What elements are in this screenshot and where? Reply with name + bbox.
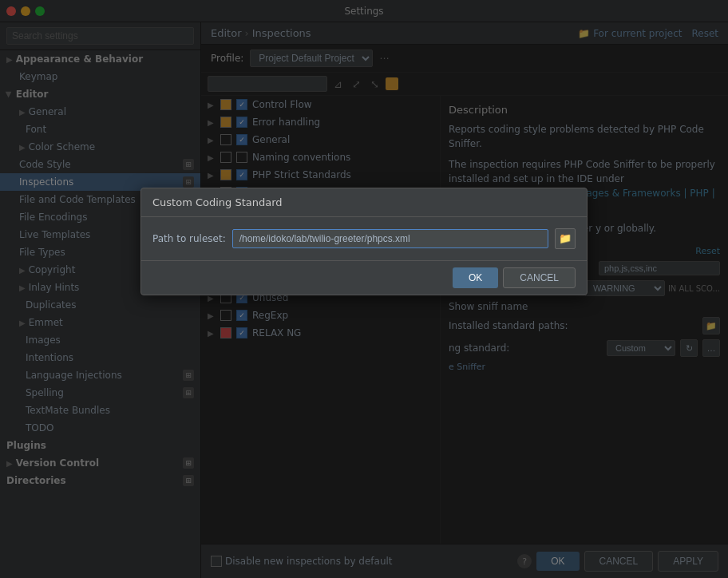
dialog-path-input[interactable] — [232, 229, 548, 248]
dialog-path-row: Path to ruleset: 📁 — [152, 228, 576, 249]
dialog-overlay: Custom Coding Standard Path to ruleset: … — [0, 0, 728, 578]
dialog-browse-button[interactable]: 📁 — [555, 228, 576, 249]
dialog-footer: OK CANCEL — [141, 260, 587, 295]
custom-coding-standard-dialog: Custom Coding Standard Path to ruleset: … — [140, 188, 588, 295]
dialog-header: Custom Coding Standard — [141, 188, 587, 217]
dialog-body: Path to ruleset: 📁 — [141, 217, 587, 260]
dialog-path-label: Path to ruleset: — [152, 233, 226, 244]
dialog-cancel-button[interactable]: CANCEL — [503, 267, 576, 288]
dialog-ok-button[interactable]: OK — [453, 267, 498, 288]
dialog-title: Custom Coding Standard — [152, 196, 283, 208]
